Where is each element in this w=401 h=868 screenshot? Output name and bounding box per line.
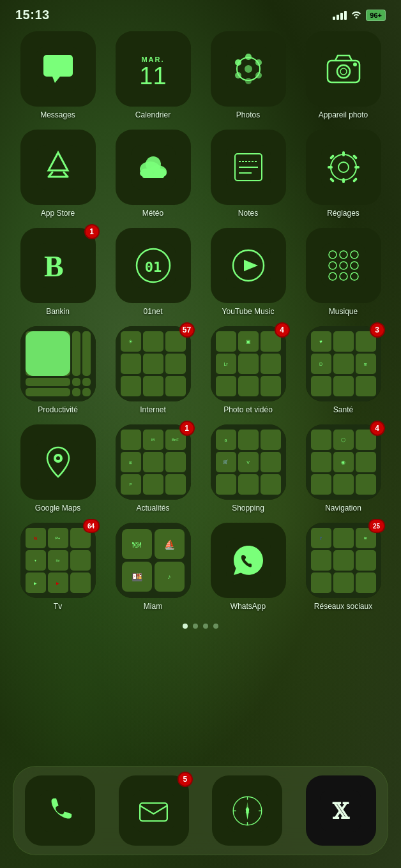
svg-point-5 (255, 59, 262, 66)
svg-point-7 (245, 78, 252, 84)
dock-mail-badge: 5 (178, 772, 193, 787)
app-badge: 4 (370, 421, 385, 436)
dock-mail[interactable]: 5 (119, 775, 189, 846)
signal-icon (333, 11, 347, 20)
svg-point-15 (353, 63, 357, 66)
app-label: WhatsApp (231, 602, 266, 611)
app-label: Photos (236, 110, 260, 119)
app-badge: 64 (83, 519, 100, 533)
dock: 5 (13, 766, 388, 855)
app-label: Miam (144, 602, 162, 611)
app-label: Actualités (136, 504, 169, 513)
app-label: Navigation (325, 504, 361, 513)
app-musique[interactable]: Musique (301, 228, 386, 316)
app-badge: 25 (368, 519, 385, 533)
app-internet[interactable]: 57 ☀ Internet (110, 326, 195, 414)
app-camera[interactable]: Appareil photo (301, 31, 386, 119)
app-grid: Messages MAR. 11 Calendrier (0, 26, 401, 616)
app-label: Appareil photo (319, 110, 368, 119)
app-notes[interactable]: Notes (206, 130, 291, 218)
svg-text:𝕏: 𝕏 (333, 800, 351, 823)
app-youtubemusic[interactable]: YouTube Music (206, 228, 291, 316)
svg-point-10 (245, 65, 252, 73)
svg-rect-48 (321, 243, 366, 288)
app-navigation[interactable]: 4 ⬡ ◉ Navigation (301, 424, 386, 513)
svg-text:01: 01 (144, 259, 162, 275)
app-label: Google Maps (35, 504, 80, 513)
app-label: Internet (140, 405, 166, 414)
page-dot-3[interactable] (203, 624, 208, 629)
app-badge: 57 (179, 322, 195, 338)
app-label: Calendrier (135, 110, 170, 119)
app-label: Météo (142, 209, 163, 218)
app-label: Tv (54, 602, 62, 611)
app-tv[interactable]: 64 N P+ ▼ itv ▶ ▶ Tv (15, 523, 100, 611)
app-shopping[interactable]: a 🛒 V Shopping (206, 424, 291, 513)
page-dot-4[interactable] (213, 624, 218, 629)
app-label: Musique (329, 307, 358, 316)
app-label: Notes (238, 209, 258, 218)
app-badge: 1 (84, 224, 100, 239)
page-dot-2[interactable] (193, 624, 198, 629)
app-miam[interactable]: 🍽 ⛵ 🍱 ♪ Miam (110, 523, 195, 611)
svg-rect-23 (142, 174, 164, 178)
app-label: Messages (40, 110, 75, 119)
dock-phone[interactable] (25, 775, 95, 846)
app-label: YouTube Music (222, 307, 275, 316)
app-label: Photo et vidéo (223, 405, 273, 414)
dock-safari[interactable] (212, 775, 282, 846)
svg-text:B: B (44, 250, 64, 283)
svg-rect-32 (342, 151, 345, 156)
app-appstore[interactable]: App Store (15, 130, 100, 218)
svg-rect-59 (26, 331, 70, 376)
app-photos[interactable]: Photos (206, 31, 291, 119)
svg-point-9 (235, 59, 241, 66)
app-label: App Store (41, 209, 75, 218)
svg-rect-33 (342, 178, 345, 183)
wifi-icon (351, 10, 362, 21)
app-reseauxsociaux[interactable]: 25 f in Réseaux sociaux (301, 523, 386, 611)
app-calendar[interactable]: MAR. 11 Calendrier (110, 31, 195, 119)
battery-indicator: 96+ (366, 10, 386, 21)
app-label: Bankin (46, 307, 70, 316)
svg-point-6 (255, 72, 262, 79)
status-bar: 15:13 96+ (0, 0, 401, 26)
app-badge: 4 (275, 322, 290, 338)
app-productivite[interactable]: Productivité (15, 326, 100, 414)
app-label: Productivité (38, 405, 78, 414)
svg-point-4 (245, 54, 252, 60)
svg-point-8 (235, 72, 241, 79)
svg-rect-74 (133, 790, 174, 832)
app-label: Santé (333, 405, 353, 414)
app-sante[interactable]: 3 ♥ D m Santé (301, 326, 386, 414)
app-badge: 3 (370, 322, 385, 338)
app-01net[interactable]: 01 01net (110, 228, 195, 316)
svg-rect-34 (328, 166, 333, 168)
app-label: Shopping (232, 504, 264, 513)
svg-rect-35 (354, 166, 359, 168)
svg-rect-73 (40, 790, 81, 832)
status-time: 15:13 (15, 8, 50, 22)
dock-twitterx[interactable]: 𝕏 (306, 775, 376, 846)
app-googlemaps[interactable]: Google Maps (15, 424, 100, 513)
app-label: Réglages (327, 209, 359, 218)
app-actualites[interactable]: 1 M BnF ⊞ P Actualités (110, 424, 195, 513)
status-icons: 96+ (333, 10, 386, 21)
svg-point-65 (56, 456, 60, 460)
app-badge: 1 (179, 421, 195, 436)
app-label: 01net (143, 307, 162, 316)
page-dot-1[interactable] (183, 624, 188, 629)
app-label: Réseaux sociaux (314, 602, 372, 611)
app-messages[interactable]: Messages (15, 31, 100, 119)
app-settings[interactable]: Réglages (301, 130, 386, 218)
page-dots (0, 616, 401, 636)
app-meteo[interactable]: Météo (110, 130, 195, 218)
app-bankin[interactable]: 1 B Bankin (15, 228, 100, 316)
app-whatsapp[interactable]: WhatsApp (206, 523, 291, 611)
app-photovideo[interactable]: 4 ▣ Lr Photo et vidéo (206, 326, 291, 414)
